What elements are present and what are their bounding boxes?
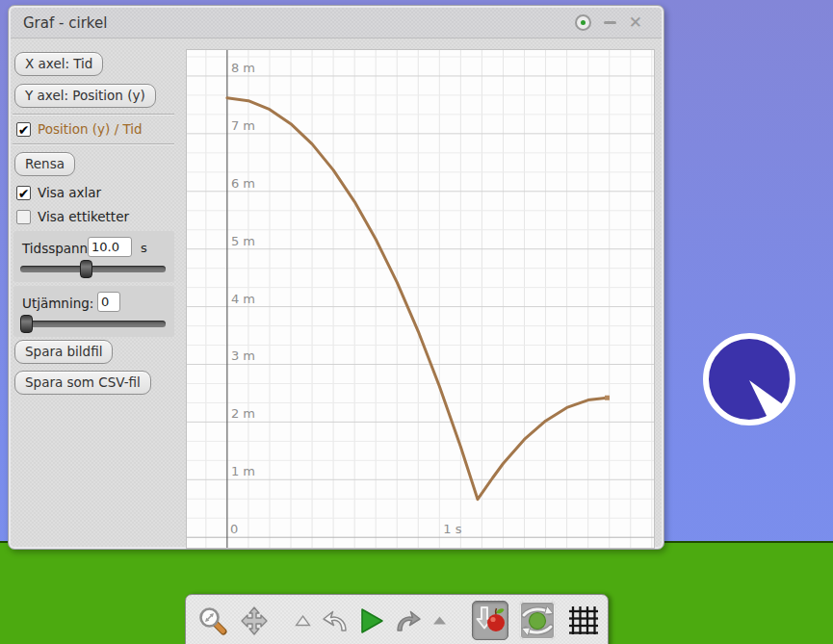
show-axes-label: Visa axlar — [38, 185, 101, 200]
redo-history-button[interactable] — [432, 601, 447, 640]
svg-text:1 m: 1 m — [231, 464, 255, 478]
smoothing-slider[interactable] — [20, 321, 166, 327]
desktop: { "scene": { "sky_top": "#8386d8", "sky_… — [0, 0, 833, 644]
physics-circle-object[interactable] — [700, 330, 796, 426]
minimize-icon[interactable] — [604, 21, 616, 24]
triangle-up-filled-icon — [432, 615, 447, 626]
air-friction-icon — [520, 604, 555, 638]
air-friction-toggle-button[interactable] — [519, 601, 556, 640]
svg-text:8 m: 8 m — [231, 61, 255, 75]
triangle-up-icon — [295, 614, 311, 627]
play-button[interactable] — [359, 601, 384, 640]
svg-text:7 m: 7 m — [231, 118, 255, 133]
save-image-button[interactable]: Spara bildfil — [14, 340, 113, 364]
timespan-slider[interactable] — [20, 266, 166, 272]
timespan-slider-handle[interactable] — [80, 260, 92, 278]
series-label: Position (y) / Tid — [38, 121, 143, 137]
window-title: Graf - cirkel — [23, 14, 107, 32]
timespan-unit: s — [141, 241, 147, 255]
grid-icon — [566, 604, 600, 637]
smoothing-label: Utjämning: — [22, 296, 93, 311]
divider — [13, 114, 174, 116]
svg-text:2 m: 2 m — [231, 406, 255, 421]
show-labels-checkbox[interactable] — [16, 210, 31, 224]
svg-text:0: 0 — [230, 522, 238, 536]
pan-tool-button[interactable] — [239, 601, 270, 640]
show-labels-label: Visa ettiketter — [38, 209, 129, 224]
smoothing-section: Utjämning: — [13, 286, 174, 337]
pan-icon — [239, 605, 270, 636]
gravity-apple-icon — [473, 604, 508, 638]
save-csv-button[interactable]: Spara som CSV-fil — [14, 371, 151, 395]
zoom-icon — [197, 605, 228, 636]
smoothing-slider-handle[interactable] — [20, 315, 33, 333]
x-axis-button[interactable]: X axel: Tid — [14, 52, 103, 76]
redo-button[interactable] — [395, 601, 422, 640]
divider — [13, 143, 174, 145]
chart-plot: 1 m2 m3 m4 m5 m6 m7 m8 m1 s0 — [186, 49, 655, 549]
window-titlebar[interactable]: Graf - cirkel ✕ — [11, 8, 662, 39]
undo-icon — [322, 608, 349, 632]
clear-button[interactable]: Rensa — [14, 152, 75, 176]
gravity-toggle-button[interactable] — [472, 601, 508, 640]
smoothing-input[interactable] — [97, 292, 120, 312]
graph-window: Graf - cirkel ✕ X axel: Tid Y axel: Posi… — [8, 5, 664, 550]
svg-text:3 m: 3 m — [231, 348, 255, 363]
grid-toggle-button[interactable] — [566, 601, 600, 640]
svg-text:6 m: 6 m — [231, 176, 255, 191]
series-checkbox[interactable]: ✔ — [16, 122, 31, 137]
timespan-input[interactable] — [88, 237, 132, 257]
undo-history-button[interactable] — [295, 601, 311, 640]
redo-icon — [395, 608, 422, 632]
svg-text:1 s: 1 s — [443, 522, 461, 536]
close-icon[interactable]: ✕ — [629, 14, 642, 31]
show-axes-checkbox[interactable]: ✔ — [16, 186, 31, 200]
record-indicator-icon[interactable] — [575, 14, 591, 31]
y-axis-button[interactable]: Y axel: Position (y) — [14, 84, 156, 108]
timespan-section: Tidsspann: s — [13, 231, 174, 282]
svg-text:5 m: 5 m — [231, 234, 255, 248]
timespan-label: Tidsspann: — [22, 241, 92, 256]
chart-svg: 1 m2 m3 m4 m5 m6 m7 m8 m1 s0 — [187, 50, 654, 548]
play-icon — [359, 607, 384, 634]
svg-text:4 m: 4 m — [231, 292, 255, 306]
bottom-toolbar — [185, 594, 609, 644]
zoom-tool-button[interactable] — [197, 601, 228, 640]
undo-button[interactable] — [322, 601, 349, 640]
